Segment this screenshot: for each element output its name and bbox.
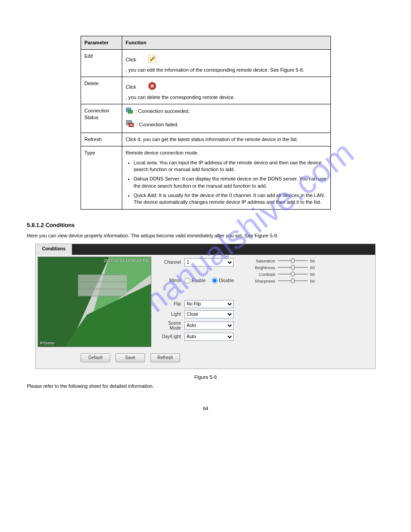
func-prefix: Click — [126, 56, 137, 63]
figure-caption: Figure 5-9 — [0, 374, 411, 380]
type-bullet-ddns: Dahua DDNS Server: It can display the re… — [134, 176, 327, 189]
table-row: Edit Click , you can edit the informatio — [81, 50, 330, 77]
osd-timestamp: 2013-10-24 16:58:43 Thu — [104, 258, 149, 263]
table-row: Refresh Click it, you can get the latest… — [81, 133, 330, 146]
status-fail-text: : Connection failed. — [137, 121, 179, 128]
brightness-label: Brightness — [252, 265, 278, 270]
table-row: Connection Status : Connection succeeded… — [81, 104, 330, 133]
svg-rect-3 — [128, 110, 133, 113]
contrast-value: 50 — [310, 272, 318, 277]
tab-conditions[interactable]: Conditions — [36, 244, 72, 255]
section-text-conditions: Here you can view device property inform… — [27, 233, 411, 238]
section-heading-conditions: 5.8.1.2 Conditions — [27, 222, 411, 228]
col-header-parameter: Parameter — [81, 36, 122, 50]
osd-channel-name: IPDome — [40, 341, 55, 345]
saturation-slider[interactable] — [278, 260, 308, 261]
table-row: Delete Click , you can delete the corres… — [81, 77, 330, 104]
contrast-label: Contrast — [252, 272, 278, 277]
col-header-function: Function — [122, 36, 330, 50]
func-cell-type: Remote device connection mode. Local are… — [122, 146, 330, 210]
func-cell-delete: Click , you can delete the corresponding… — [122, 77, 330, 104]
sharpness-label: Sharpness — [252, 279, 278, 283]
func-prefix: Click — [126, 84, 137, 90]
channel-label: Channel — [157, 260, 184, 265]
page-number: 64 — [0, 406, 411, 425]
saturation-label: Saturation — [252, 258, 278, 263]
func-cell-edit: Click , you can edit the information of … — [122, 50, 330, 77]
sharpness-slider[interactable] — [278, 280, 308, 281]
light-label: Light — [157, 312, 184, 317]
scenemode-select[interactable]: Auto — [184, 322, 234, 330]
channel-select[interactable]: 1 — [184, 258, 234, 266]
conditions-screenshot: Conditions 2013-10-24 16:58:43 Thu IPDom… — [35, 244, 376, 369]
daylight-label: Day/Light — [157, 334, 184, 339]
mirror-disable-input[interactable] — [212, 278, 218, 283]
type-bullet-local: Local area: You can input the IP address… — [134, 159, 327, 173]
type-bullet-quickadd: Quick Add: It is usually for the device … — [134, 192, 327, 206]
func-suffix: , you can delete the corresponding remot… — [126, 94, 235, 100]
delete-icon — [148, 82, 157, 92]
save-button[interactable]: Save — [116, 353, 145, 362]
sliders-group: Saturation 50 Brightness 50 Contrast — [252, 258, 318, 286]
func-cell-refresh: Click it, you can get the latest status … — [122, 133, 330, 146]
light-select[interactable]: Close — [184, 310, 234, 318]
status-ok-icon — [126, 107, 133, 116]
parameter-table: Parameter Function Edit Click — [81, 36, 331, 210]
scenemode-label: Scene Mode — [157, 321, 184, 330]
refresh-button[interactable]: Refresh — [150, 353, 180, 362]
type-intro: Remote device connection mode. — [126, 150, 327, 156]
status-ok-text: : Connection succeeded. — [136, 108, 190, 115]
daylight-select[interactable]: Auto — [184, 333, 234, 341]
table-row: Type Remote device connection mode. Loca… — [81, 146, 330, 210]
figure-note: Please refer to the following sheet for … — [27, 383, 411, 389]
param-cell-refresh: Refresh — [81, 133, 122, 146]
func-cell-connstatus: : Connection succeeded. : Connection fai… — [122, 104, 330, 133]
edit-icon — [148, 54, 157, 65]
brightness-value: 50 — [310, 265, 318, 270]
svg-rect-10 — [78, 275, 127, 296]
flip-select[interactable]: No Flip — [184, 300, 234, 308]
param-cell-connstatus: Connection Status — [81, 104, 122, 133]
mirror-enable-input[interactable] — [184, 278, 190, 283]
func-suffix: , you can edit the information of the co… — [126, 67, 304, 73]
param-cell-delete: Delete — [81, 77, 122, 104]
param-cell-type: Type — [81, 146, 122, 210]
brightness-slider[interactable] — [278, 267, 308, 268]
saturation-value: 50 — [310, 258, 318, 263]
video-preview: 2013-10-24 16:58:43 Thu IPDome — [38, 257, 151, 347]
status-fail-icon — [126, 120, 134, 129]
mirror-enable-radio[interactable]: Enable — [184, 278, 206, 283]
mirror-label: Mirror — [157, 278, 184, 283]
default-button[interactable]: Default — [81, 353, 110, 362]
mirror-disable-radio[interactable]: Disable — [212, 278, 234, 283]
flip-label: Flip — [157, 301, 184, 306]
param-cell-edit: Edit — [81, 50, 122, 77]
sharpness-value: 50 — [310, 279, 318, 283]
tabstrip: Conditions — [36, 244, 375, 255]
contrast-slider[interactable] — [278, 274, 308, 275]
